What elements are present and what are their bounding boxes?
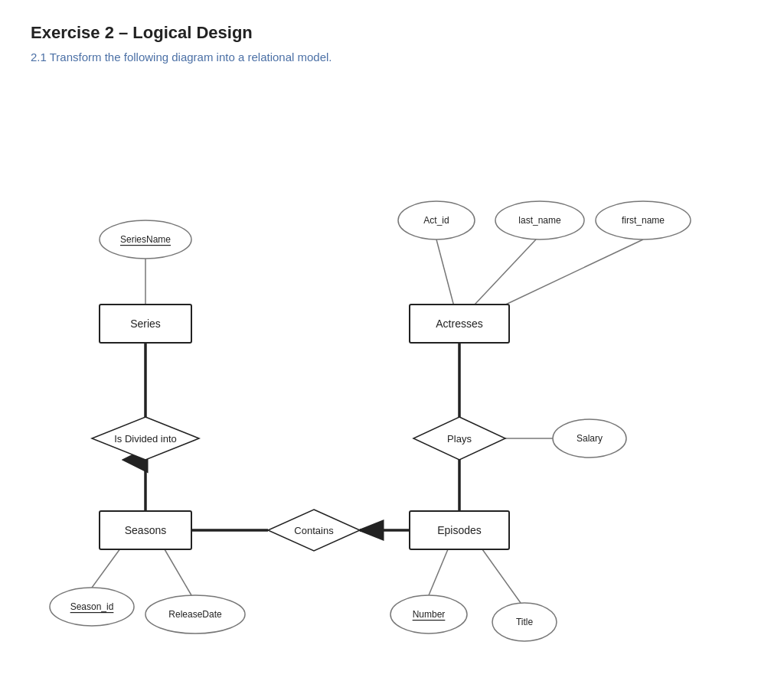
entity-actresses: Actresses	[410, 305, 509, 343]
attr-number-label: Number	[413, 609, 446, 620]
attr-title: Title	[492, 603, 557, 641]
attr-title-label: Title	[516, 617, 534, 627]
rel-plays-label: Plays	[447, 433, 472, 445]
er-diagram: Series Actresses Seasons Episodes Series…	[31, 86, 766, 637]
attr-lastname-label: last_name	[518, 215, 561, 226]
line-episodes-title	[482, 549, 521, 603]
rel-contains: Contains	[268, 510, 360, 551]
line-actresses-actid	[436, 239, 456, 312]
rel-contains-label: Contains	[294, 525, 334, 536]
attr-releasedate-label: ReleaseDate	[168, 609, 222, 620]
rel-isdivided-label: Is Divided into	[114, 433, 177, 445]
rel-isdivided: Is Divided into	[92, 417, 199, 460]
attr-seriesname-label: SeriesName	[120, 234, 171, 245]
entity-episodes: Episodes	[410, 511, 509, 549]
attr-firstname: first_name	[596, 201, 691, 239]
page-title: Exercise 2 – Logical Design	[31, 23, 753, 43]
line-seasons-releasedate	[165, 549, 191, 595]
page-subtitle: 2.1 Transform the following diagram into…	[31, 50, 753, 64]
attr-firstname-label: first_name	[622, 215, 665, 226]
entity-actresses-label: Actresses	[436, 318, 482, 330]
line-actresses-firstname	[498, 239, 643, 308]
attr-number: Number	[390, 595, 467, 633]
attr-actid-label: Act_id	[423, 215, 449, 226]
attr-releasedate: ReleaseDate	[145, 595, 245, 633]
rel-plays: Plays	[413, 417, 505, 460]
entity-seasons-label: Seasons	[125, 524, 166, 536]
attr-seasonid-label: Season_id	[70, 601, 114, 612]
entity-series: Series	[100, 305, 191, 343]
attr-salary-label: Salary	[577, 433, 603, 444]
entity-series-label: Series	[130, 318, 161, 330]
attr-actid: Act_id	[398, 201, 475, 239]
attr-lastname: last_name	[495, 201, 584, 239]
attr-seasonid: Season_id	[50, 588, 134, 626]
entity-episodes-label: Episodes	[437, 524, 482, 536]
attr-salary: Salary	[553, 419, 626, 458]
line-seasons-seasonid	[92, 546, 122, 588]
attr-seriesname: SeriesName	[100, 220, 191, 259]
entity-seasons: Seasons	[100, 511, 191, 549]
line-episodes-number	[429, 549, 448, 595]
